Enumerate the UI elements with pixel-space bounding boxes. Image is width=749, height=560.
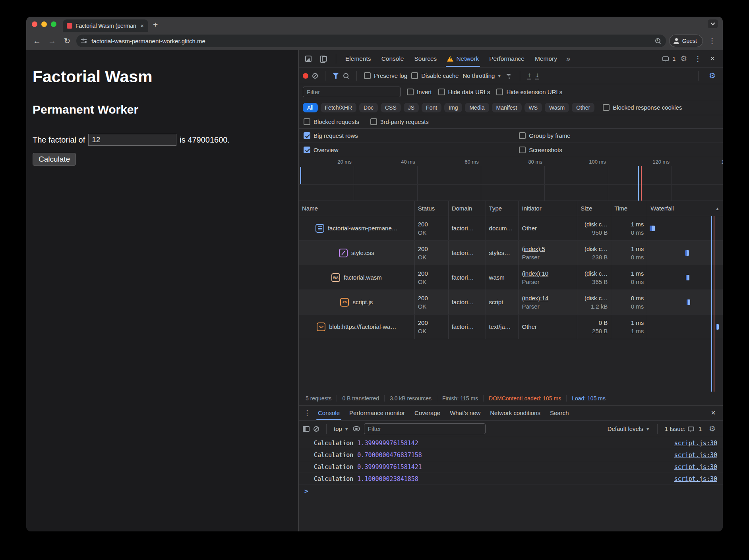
invert-checkbox[interactable]: Invert (407, 89, 432, 95)
third-party-requests-checkbox[interactable]: 3rd-party requests (370, 118, 429, 125)
filter-chip-fetch-xhr[interactable]: Fetch/XHR (321, 103, 356, 112)
console-message[interactable]: Calculation 1.399999976158142 script.js:… (299, 437, 723, 449)
hide-data-urls-checkbox[interactable]: Hide data URLs (438, 89, 490, 95)
column-header-waterfall[interactable]: Waterfall ▲ (647, 201, 723, 216)
big-request-rows-checkbox[interactable]: Big request rows (304, 132, 358, 139)
drawer-menu-button[interactable]: ⋮ (301, 409, 313, 417)
more-tabs-button[interactable]: » (563, 54, 574, 63)
issues-count[interactable]: 1 (672, 56, 675, 62)
new-tab-button[interactable]: + (148, 20, 163, 32)
checkbox-checked-icon[interactable] (304, 132, 310, 139)
blocked-requests-checkbox[interactable]: Blocked requests (304, 118, 359, 125)
devtools-tab-sources[interactable]: Sources (410, 50, 441, 67)
devtools-tab-network[interactable]: ! Network (443, 50, 483, 67)
checkbox-icon[interactable] (407, 89, 414, 95)
calculate-button[interactable]: Calculate (33, 153, 76, 166)
network-filter-input[interactable] (303, 87, 401, 97)
forward-button[interactable]: → (46, 37, 58, 46)
clear-console-button[interactable] (314, 426, 319, 432)
clear-network-log-button[interactable] (312, 73, 318, 79)
close-window-button[interactable] (32, 21, 37, 27)
browser-tab[interactable]: Factorial Wasm (permanent W × (63, 19, 148, 32)
network-overview-timeline[interactable]: 20 ms 40 ms 60 ms 80 ms 100 ms 120 ms 14 (299, 157, 723, 201)
filter-chip-img[interactable]: Img (444, 103, 462, 112)
console-message[interactable]: Calculation 0.7000000476837158 script.js… (299, 449, 723, 461)
drawer-tab-network-conditions[interactable]: Network conditions (485, 406, 545, 420)
checkbox-icon[interactable] (519, 132, 526, 139)
issues-bubble-icon[interactable] (662, 56, 669, 61)
drawer-tab-performance-monitor[interactable]: Performance monitor (345, 406, 410, 420)
site-settings-icon[interactable] (81, 39, 87, 43)
filter-chip-font[interactable]: Font (422, 103, 441, 112)
column-header-status[interactable]: Status (415, 201, 449, 216)
filter-chip-manifest[interactable]: Manifest (492, 103, 522, 112)
hide-extension-urls-checkbox[interactable]: Hide extension URLs (496, 89, 562, 95)
url-text[interactable]: factorial-wasm-permanent-worker.glitch.m… (91, 38, 651, 44)
devtools-tab-performance[interactable]: Performance (485, 50, 529, 67)
devtools-close-button[interactable]: × (705, 54, 720, 63)
disable-cache-checkbox[interactable]: Disable cache (411, 72, 459, 79)
checkbox-icon[interactable] (364, 72, 371, 79)
checkbox-icon[interactable] (370, 118, 377, 125)
console-message[interactable]: Calculation 1.100000023841858 script.js:… (299, 473, 723, 485)
checkbox-icon[interactable] (519, 147, 526, 153)
initiator-link[interactable]: (index):10 (522, 269, 574, 278)
overview-checkbox[interactable]: Overview (304, 147, 339, 153)
record-button[interactable] (303, 73, 308, 79)
context-selector[interactable]: top▼ (334, 425, 349, 432)
console-settings-button[interactable]: ⚙ (706, 425, 719, 433)
checkbox-checked-icon[interactable] (304, 147, 310, 153)
group-by-frame-checkbox[interactable]: Group by frame (519, 132, 570, 139)
filter-chip-css[interactable]: CSS (381, 103, 401, 112)
export-har-button[interactable]: ↓ (535, 72, 539, 80)
column-header-size[interactable]: Size (577, 201, 611, 216)
search-icon[interactable] (343, 73, 349, 79)
source-link[interactable]: script.js:30 (674, 463, 717, 471)
checkbox-icon[interactable] (411, 72, 418, 79)
blocked-response-cookies-checkbox[interactable]: Blocked response cookies (603, 104, 682, 111)
drawer-tab-whats-new[interactable]: What's new (445, 406, 485, 420)
network-conditions-icon[interactable] (505, 73, 513, 79)
drawer-tab-coverage[interactable]: Coverage (410, 406, 445, 420)
checkbox-icon[interactable] (438, 89, 445, 95)
network-request-row[interactable]: style.css 200OK factori… styles… (index)… (299, 241, 723, 265)
network-request-row[interactable]: WA factorial.wasm 200OK factori… wasm (i… (299, 265, 723, 290)
address-bar[interactable]: factorial-wasm-permanent-worker.glitch.m… (76, 35, 666, 47)
filter-funnel-icon[interactable] (333, 73, 339, 79)
checkbox-icon[interactable] (304, 118, 310, 125)
console-sidebar-icon[interactable] (303, 426, 310, 432)
filter-chip-other[interactable]: Other (572, 103, 594, 112)
back-button[interactable]: ← (31, 37, 43, 46)
eye-icon[interactable] (353, 426, 360, 431)
filter-chip-js[interactable]: JS (404, 103, 419, 112)
network-request-row[interactable]: factorial-wasm-permane… 200OK factori… d… (299, 216, 723, 241)
filter-chip-media[interactable]: Media (465, 103, 489, 112)
tab-close-icon[interactable]: × (139, 22, 145, 29)
minimize-window-button[interactable] (41, 21, 47, 27)
zoom-icon[interactable]: + (655, 38, 661, 44)
source-link[interactable]: script.js:30 (674, 440, 717, 447)
filter-chip-all[interactable]: All (303, 103, 318, 112)
filter-chip-wasm[interactable]: Wasm (545, 103, 569, 112)
devtools-menu-button[interactable]: ⋮ (692, 54, 704, 63)
drawer-tab-search[interactable]: Search (545, 406, 574, 420)
network-settings-button[interactable]: ⚙ (706, 72, 719, 79)
inspect-element-icon[interactable] (305, 56, 312, 62)
filter-chip-doc[interactable]: Doc (359, 103, 378, 112)
drawer-close-button[interactable]: × (706, 408, 720, 417)
filter-chip-ws[interactable]: WS (524, 103, 542, 112)
devtools-settings-button[interactable]: ⚙ (677, 55, 690, 62)
console-prompt[interactable]: > (299, 485, 723, 497)
zoom-window-button[interactable] (51, 21, 56, 27)
reload-button[interactable]: ↻ (61, 36, 73, 46)
devtools-tab-memory[interactable]: Memory (530, 50, 561, 67)
console-filter-input[interactable] (364, 423, 486, 434)
initiator-link[interactable]: (index):14 (522, 294, 574, 302)
checkbox-icon[interactable] (496, 89, 503, 95)
factorial-input[interactable] (88, 134, 176, 146)
screenshots-checkbox[interactable]: Screenshots (519, 147, 562, 153)
console-message[interactable]: Calculation 0.3999999761581421 script.js… (299, 461, 723, 473)
import-har-button[interactable]: ↑ (527, 72, 531, 80)
device-toolbar-icon[interactable] (320, 56, 327, 62)
source-link[interactable]: script.js:30 (674, 475, 717, 483)
